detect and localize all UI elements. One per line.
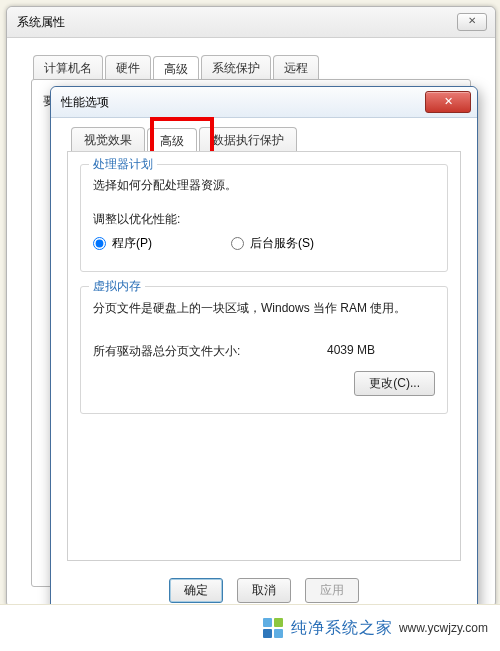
group-processor-legend: 处理器计划 [89, 156, 157, 173]
group-virtual-memory: 虚拟内存 分页文件是硬盘上的一块区域，Windows 当作 RAM 使用。 所有… [80, 286, 448, 414]
vm-total-label: 所有驱动器总分页文件大小: [93, 343, 240, 360]
performance-options-close-button[interactable]: ✕ [425, 91, 471, 113]
close-icon: ✕ [468, 15, 476, 26]
brand-name: 纯净系统之家 [291, 618, 393, 639]
vm-desc: 分页文件是硬盘上的一块区域，Windows 当作 RAM 使用。 [93, 299, 435, 317]
brand-logo-icon [263, 618, 283, 638]
radio-background-label: 后台服务(S) [250, 235, 314, 252]
change-button[interactable]: 更改(C)... [354, 371, 435, 396]
system-properties-titlebar[interactable]: 系统属性 ✕ [7, 7, 495, 38]
radio-programs[interactable]: 程序(P) [93, 235, 152, 252]
processor-desc: 选择如何分配处理器资源。 [93, 177, 237, 194]
brand-url: www.ycwjzy.com [399, 621, 488, 635]
performance-options-body: 处理器计划 选择如何分配处理器资源。 调整以优化性能: 程序(P) 后台服务(S… [67, 151, 461, 561]
performance-options-titlebar[interactable]: 性能选项 ✕ [51, 87, 477, 118]
ok-button[interactable]: 确定 [169, 578, 223, 603]
radio-programs-label: 程序(P) [112, 235, 152, 252]
performance-options-footer: 确定 取消 应用 [51, 578, 477, 603]
system-properties-title: 系统属性 [17, 15, 65, 29]
radio-programs-input[interactable] [93, 237, 106, 250]
system-properties-close-button[interactable]: ✕ [457, 13, 487, 31]
group-processor-scheduling: 处理器计划 选择如何分配处理器资源。 调整以优化性能: 程序(P) 后台服务(S… [80, 164, 448, 272]
performance-options-window: 性能选项 ✕ 视觉效果 高级 数据执行保护 处理器计划 选择如何分配处理器资源。… [50, 86, 478, 614]
watermark-bar: 纯净系统之家 www.ycwjzy.com [0, 604, 500, 651]
optimize-label: 调整以优化性能: [93, 211, 180, 228]
radio-background-input[interactable] [231, 237, 244, 250]
cancel-button[interactable]: 取消 [237, 578, 291, 603]
group-vm-legend: 虚拟内存 [89, 278, 145, 295]
radio-background[interactable]: 后台服务(S) [231, 235, 314, 252]
performance-options-title: 性能选项 [61, 95, 109, 109]
vm-total-value: 4039 MB [327, 343, 375, 357]
apply-button[interactable]: 应用 [305, 578, 359, 603]
close-icon: ✕ [444, 95, 453, 107]
